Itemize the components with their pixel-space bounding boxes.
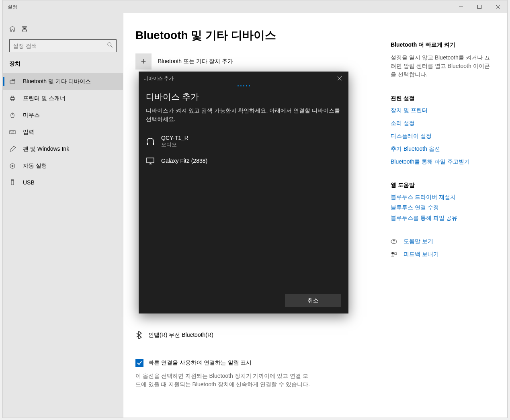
dialog-heading: 디바이스 추가	[146, 91, 341, 102]
faster-heading: Bluetooth 더 빠르게 켜기	[391, 41, 495, 49]
cancel-button[interactable]: 취소	[285, 294, 341, 307]
svg-rect-29	[153, 143, 154, 145]
svg-marker-19	[12, 165, 14, 167]
sidebar-item-bluetooth[interactable]: Bluetooth 및 기타 디바이스	[3, 73, 123, 90]
sidebar-item-mouse[interactable]: 마우스	[3, 107, 123, 124]
feedback-icon	[391, 251, 397, 258]
window-controls	[452, 0, 507, 13]
titlebar: 설정	[3, 0, 507, 13]
autoplay-icon	[9, 163, 16, 169]
checkbox-label: 빠른 연결을 사용하여 연결하는 알림 표시	[148, 359, 252, 367]
webhelp-heading: 웹 도움말	[391, 182, 495, 189]
svg-rect-6	[10, 81, 15, 83]
sidebar: 홈 장치 Bluetooth 및 기타 디바이스 프린터 및 스캐너 마우스	[3, 13, 123, 418]
sidebar-item-label: 프린터 및 스캐너	[23, 95, 66, 102]
help-row[interactable]: 도움말 보기	[391, 238, 495, 245]
sidebar-item-autoplay[interactable]: 자동 실행	[3, 158, 123, 174]
headphones-icon	[146, 137, 155, 146]
usb-icon	[9, 179, 16, 186]
svg-rect-28	[147, 143, 148, 145]
add-device-label: Bluetooth 또는 기타 장치 추가	[158, 58, 233, 65]
page-title: Bluetooth 및 기타 디바이스	[135, 28, 379, 43]
right-column: Bluetooth 더 빠르게 켜기 설정을 열지 않고 Bluetooth를 …	[391, 22, 495, 418]
checkbox-description: 이 옵션을 선택하면 지원되는 Bluetooth 장치가 가까이에 있고 연결…	[135, 372, 312, 389]
webhelp-section: 웹 도움말 블루투스 드라이버 재설치 블루투스 연결 수정 블루투스를 통해 …	[391, 182, 495, 222]
help-link[interactable]: 도움말 보기	[403, 238, 433, 245]
svg-rect-13	[10, 131, 15, 134]
minimize-button[interactable]	[452, 0, 470, 13]
svg-point-23	[394, 243, 394, 243]
keyboard-icon	[9, 129, 16, 135]
faster-text: 설정을 열지 않고 Bluetooth를 켜거나 끄려면 알림 센터를 열고 B…	[391, 53, 495, 79]
add-device-dialog: 디바이스 추가 디바이스 추가 디바이스가 켜져 있고 검색 가능한지 확인하세…	[139, 72, 348, 313]
window-title: 설정	[8, 4, 17, 10]
home-icon	[9, 26, 16, 32]
device-item-qcy[interactable]: QCY-T1_R 오디오	[146, 131, 341, 152]
link-devices-printers[interactable]: 장치 및 프린터	[391, 107, 495, 114]
sidebar-section-label: 장치	[3, 58, 123, 73]
display-icon	[146, 156, 155, 165]
svg-rect-20	[11, 180, 14, 185]
mouse-keyboard-icon	[9, 78, 16, 85]
svg-rect-25	[395, 253, 397, 254]
pen-icon	[9, 146, 16, 152]
link-display-settings[interactable]: 디스플레이 설정	[391, 133, 495, 140]
plus-icon: +	[141, 56, 146, 67]
svg-point-4	[108, 43, 111, 46]
sidebar-item-label: 자동 실행	[23, 162, 47, 170]
sidebar-item-label: USB	[23, 179, 35, 186]
related-heading: 관련 설정	[391, 95, 495, 102]
link-sound-settings[interactable]: 소리 설정	[391, 120, 495, 127]
svg-line-5	[111, 46, 113, 47]
dialog-body: 디바이스 추가 디바이스가 켜져 있고 검색 가능한지 확인하세요. 아래에서 …	[139, 88, 348, 313]
device-item-sub: 오디오	[161, 141, 188, 148]
device-item-name: QCY-T1_R	[161, 135, 188, 141]
sidebar-item-label: Bluetooth 및 기타 디바이스	[23, 78, 91, 85]
add-device-button[interactable]: +	[135, 53, 152, 70]
close-button[interactable]	[489, 0, 507, 13]
link-share-files[interactable]: 블루투스를 통해 파일 공유	[391, 215, 495, 222]
mouse-icon	[9, 112, 16, 119]
home-nav[interactable]: 홈	[3, 21, 123, 36]
device-label: 인텔(R) 무선 Bluetooth(R)	[148, 332, 213, 339]
related-section: 관련 설정 장치 및 프린터 소리 설정 디스플레이 설정 추가 Bluetoo…	[391, 95, 495, 166]
home-label: 홈	[21, 25, 28, 33]
link-bluetooth-files[interactable]: Bluetooth를 통해 파일 주고받기	[391, 158, 495, 166]
link-reinstall-driver[interactable]: 블루투스 드라이버 재설치	[391, 194, 495, 201]
svg-rect-9	[11, 96, 14, 98]
add-device-row[interactable]: + Bluetooth 또는 기타 장치 추가	[135, 53, 379, 70]
device-item-galaxy[interactable]: Galaxy Fit2 (2838)	[146, 152, 341, 169]
sidebar-item-printers[interactable]: 프린터 및 스캐너	[3, 90, 123, 107]
sidebar-item-typing[interactable]: 입력	[3, 124, 123, 141]
device-item-name: Galaxy Fit2 (2838)	[161, 158, 207, 164]
sidebar-item-pen[interactable]: 펜 및 Windows Ink	[3, 141, 123, 158]
checkbox-checked[interactable]	[135, 359, 143, 367]
loading-indicator	[139, 85, 348, 86]
maximize-button[interactable]	[470, 0, 489, 13]
quick-pair-checkbox-row[interactable]: 빠른 연결을 사용하여 연결하는 알림 표시	[135, 359, 379, 367]
search-icon	[107, 42, 113, 49]
svg-rect-7	[12, 79, 14, 80]
search-box[interactable]	[9, 39, 117, 52]
dialog-description: 디바이스가 켜져 있고 검색 가능한지 확인하세요. 아래에서 연결할 디바이스…	[146, 107, 341, 123]
link-more-bluetooth[interactable]: 추가 Bluetooth 옵션	[391, 145, 495, 153]
faster-section: Bluetooth 더 빠르게 켜기 설정을 열지 않고 Bluetooth를 …	[391, 41, 495, 79]
sidebar-item-label: 마우스	[23, 112, 40, 119]
help-icon	[391, 238, 397, 245]
bluetooth-icon	[135, 332, 142, 338]
feedback-row[interactable]: 피드백 보내기	[391, 251, 495, 258]
dialog-titlebar: 디바이스 추가	[139, 72, 348, 85]
link-fix-connection[interactable]: 블루투스 연결 수정	[391, 204, 495, 211]
sidebar-item-label: 펜 및 Windows Ink	[23, 145, 69, 153]
svg-rect-1	[478, 5, 481, 9]
device-row-intel[interactable]: 인텔(R) 무선 Bluetooth(R)	[135, 332, 379, 339]
dialog-title: 디바이스 추가	[143, 75, 174, 82]
svg-point-24	[391, 252, 394, 254]
dialog-close-button[interactable]	[336, 74, 344, 82]
search-input[interactable]	[13, 43, 107, 49]
dialog-footer: 취소	[146, 294, 341, 307]
sidebar-item-label: 입력	[23, 129, 34, 136]
sidebar-item-usb[interactable]: USB	[3, 174, 123, 191]
svg-rect-30	[147, 158, 154, 163]
feedback-link[interactable]: 피드백 보내기	[403, 251, 439, 258]
